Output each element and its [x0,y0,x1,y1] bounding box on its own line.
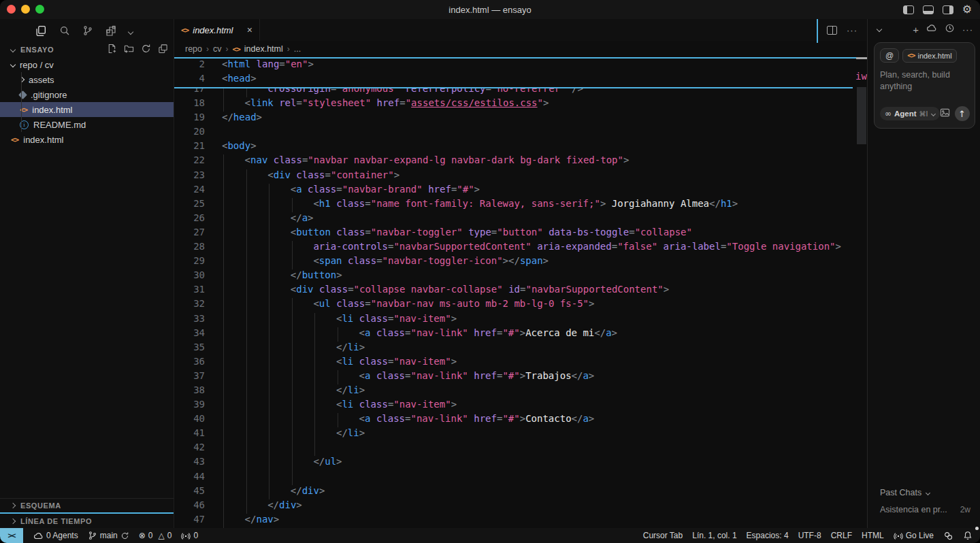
chat-history-item[interactable]: Asistencia en pr... 2w [880,505,970,514]
tree-item-repo-cv[interactable]: repo / cv [0,57,174,72]
source-control-icon[interactable] [82,25,93,36]
breadcrumb-repo[interactable]: repo [185,44,202,54]
code-line-30[interactable]: 30</button> [174,269,867,284]
chat-input-card[interactable]: @ <> index.html Plan, search, build anyt… [874,42,975,129]
code-line-42[interactable]: 42 [174,442,867,456]
chat-input-placeholder[interactable]: Plan, search, build anything [880,69,969,93]
tree-item-assets[interactable]: assets [0,72,174,87]
code-line-41[interactable]: 41</li> [174,427,867,442]
code-line-25[interactable]: 25<h1 class="name font-family: Raleway, … [174,198,867,212]
timeline-section[interactable]: LÍNEA DE TIEMPO [0,514,174,528]
code-token: = [325,169,331,180]
collapse-folders-icon[interactable] [158,44,168,56]
toggle-primary-sidebar-icon[interactable] [903,5,914,14]
remote-indicator[interactable]: >< [0,528,23,543]
code-line-23[interactable]: 23<div class="container"> [174,169,867,184]
code-line-2[interactable]: 2<html lang="en"> [174,59,853,73]
toggle-panel-icon[interactable] [923,5,934,14]
tree-item-readme-md[interactable]: iREADME.md [0,117,174,132]
views-chevron-icon[interactable] [129,24,133,37]
breadcrumb-cv[interactable]: cv [213,44,222,54]
code-line-4[interactable]: 4<head> [174,73,853,87]
code-line-26[interactable]: 26</a> [174,212,867,227]
breadcrumb-symbol[interactable]: ... [294,44,301,54]
code-line-34[interactable]: 34<a class="nav-link" href="#">Acerca de… [174,327,867,342]
cloud-icon[interactable] [926,22,937,36]
search-icon[interactable] [59,25,70,36]
eol-status[interactable]: CRLF [826,528,857,543]
code-line-45[interactable]: 45</div> [174,485,867,499]
breadcrumb-file[interactable]: index.html [244,44,283,54]
refresh-icon[interactable] [141,44,151,56]
sticky-scroll[interactable]: 2<html lang="en">4<head> [174,59,853,88]
tree-item-index-html[interactable]: <>index.html [0,102,174,117]
line-content: <div class="collapse navbar-collapse" id… [222,284,669,295]
cursor-tab-status[interactable]: Cursor Tab [638,528,687,543]
problems-status[interactable]: ⊗ 0 △ 0 [134,528,177,543]
add-context-chip[interactable]: @ [880,48,899,63]
tree-item--gitignore[interactable]: .gitignore [0,87,174,102]
chat-more-actions-icon[interactable]: ··· [962,24,973,35]
code-editor[interactable]: 17crossorigin="anonymous" referrerpolicy… [174,57,867,528]
attach-image-icon[interactable] [940,108,950,120]
accounts-status[interactable] [938,528,958,543]
code-line-21[interactable]: 21<body> [174,140,867,154]
code-line-33[interactable]: 33<li class="nav-item"> [174,313,867,327]
code-line-28[interactable]: 28aria-controls="navbarSupportedContent"… [174,241,867,255]
new-chat-icon[interactable]: + [913,24,919,35]
close-tab-icon[interactable]: × [247,25,252,35]
code-line-44[interactable]: 44 [174,471,867,485]
past-chats-header[interactable]: Past Chats [880,488,970,497]
code-line-47[interactable]: 47</nav> [174,514,867,528]
chat-collapse-chevron-icon[interactable] [877,27,882,32]
chat-history-icon[interactable] [945,23,955,36]
code-line-31[interactable]: 31<div class="collapse navbar-collapse" … [174,284,867,298]
ports-status[interactable]: 0 [176,528,203,543]
split-editor-icon[interactable] [827,26,837,35]
code-token: class [376,327,405,338]
code-line-19[interactable]: 19</head> [174,112,867,126]
code-line-18[interactable]: 18<link rel="stylesheet" href="assets/cs… [174,97,867,112]
code-line-22[interactable]: 22<nav class="navbar navbar-expand-lg na… [174,154,867,169]
code-line-35[interactable]: 35</li> [174,342,867,356]
encoding-status[interactable]: UTF-8 [794,528,826,543]
breadcrumb[interactable]: repo › cv › <> index.html › ... [174,41,867,57]
go-live-status[interactable]: Go Live [889,528,938,543]
code-line-20[interactable]: 20 [174,126,867,140]
send-button[interactable]: ↑ [955,106,970,121]
code-token: class [336,298,365,309]
new-folder-icon[interactable] [124,44,134,56]
code-line-40[interactable]: 40<a class="nav-link" href="#">Contacto<… [174,413,867,427]
line-content: </nav> [222,514,279,525]
agent-mode-selector[interactable]: ∞ Agent ⌘I [880,107,940,120]
code-token: > [503,255,508,266]
code-line-37[interactable]: 37<a class="nav-link" href="#">Trabajos<… [174,370,867,384]
settings-gear-icon[interactable]: ⚙ [962,4,972,15]
code-line-29[interactable]: 29<span class="navbar-toggler-icon"></sp… [174,255,867,269]
code-line-46[interactable]: 46</div> [174,499,867,514]
code-line-32[interactable]: 32<ul class="navbar-nav ms-auto mb-2 mb-… [174,298,867,312]
tab-index-html[interactable]: <> index.html × [174,19,260,41]
vertical-scrollbar[interactable] [857,87,866,144]
git-branch-status[interactable]: main [83,528,134,543]
code-line-24[interactable]: 24<a class="navbar-brand" href="#"> [174,184,867,198]
language-mode-status[interactable]: HTML [857,528,889,543]
explorer-icon[interactable] [35,25,47,37]
tree-item-index-html[interactable]: <>index.html [0,132,174,147]
explorer-section-header[interactable]: ENSAYO [0,42,174,57]
code-line-38[interactable]: 38</li> [174,384,867,399]
notifications-status[interactable] [958,528,977,543]
agents-status[interactable]: 0 Agents [29,528,83,543]
editor-more-actions-icon[interactable]: ··· [847,25,858,35]
code-line-27[interactable]: 27<button class="navbar-toggler" type="b… [174,227,867,241]
extensions-icon[interactable] [105,25,116,36]
code-line-43[interactable]: 43</ul> [174,456,867,470]
indentation-status[interactable]: Espacios: 4 [742,528,794,543]
outline-section[interactable]: ESQUEMA [0,498,174,512]
context-file-chip[interactable]: <> index.html [902,49,956,63]
toggle-secondary-sidebar-icon[interactable] [943,5,953,14]
code-line-39[interactable]: 39<li class="nav-item"> [174,399,867,413]
new-file-icon[interactable] [107,44,117,56]
code-line-36[interactable]: 36<li class="nav-item"> [174,356,867,370]
cursor-position-status[interactable]: Lín. 1, col. 1 [687,528,741,543]
